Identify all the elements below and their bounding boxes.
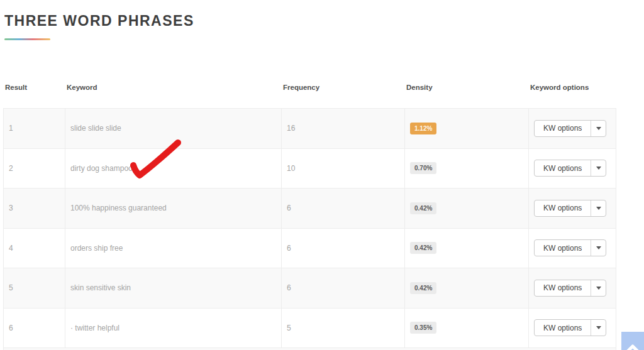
table-body: 1 slide slide slide 16 1.12% KW options … (3, 108, 616, 350)
kw-options-dropdown-toggle[interactable] (591, 200, 606, 216)
kw-options-split-button: KW options (534, 200, 606, 217)
chevron-down-icon (596, 246, 601, 249)
kw-options-button[interactable]: KW options (535, 280, 591, 296)
column-header-result: Result (3, 84, 65, 91)
table-header-row: Result Keyword Frequency Density Keyword… (3, 84, 616, 91)
chevron-down-icon (596, 127, 601, 130)
kw-options-button[interactable]: KW options (535, 160, 591, 176)
table-row: 3 100% happiness guaranteed 6 0.42% KW o… (4, 189, 616, 229)
kw-options-button[interactable]: KW options (535, 240, 591, 256)
table-row: 4 orders ship free 6 0.42% KW options (4, 229, 616, 269)
keyword-cell: dirty dog shampoo (65, 149, 282, 189)
density-badge: 1.12% (410, 123, 436, 134)
kw-options-button[interactable]: KW options (535, 200, 591, 216)
column-header-frequency: Frequency (281, 84, 404, 91)
table-row: 6 · twitter helpful 5 0.35% KW options (4, 309, 616, 349)
keyword-options-cell: KW options (529, 229, 616, 268)
density-cell: 0.42% (405, 268, 529, 308)
frequency-cell: 6 (282, 268, 405, 308)
table-row: 2 dirty dog shampoo 10 0.70% KW options (4, 149, 616, 189)
chevron-up-icon (625, 344, 641, 350)
density-cell: 0.42% (405, 229, 529, 268)
column-header-density: Density (404, 84, 528, 91)
keyword-options-cell: KW options (529, 109, 616, 148)
kw-options-dropdown-toggle[interactable] (591, 320, 606, 336)
keyword-cell: 100% happiness guaranteed (65, 189, 282, 228)
density-cell: 0.70% (405, 149, 529, 189)
keyword-options-cell: KW options (529, 268, 616, 308)
density-cell: 1.12% (405, 109, 529, 148)
scroll-to-top-button[interactable] (621, 332, 644, 350)
frequency-cell: 6 (282, 229, 405, 268)
result-cell: 1 (4, 109, 65, 148)
result-cell: 4 (4, 229, 65, 268)
column-header-keyword-options: Keyword options (528, 84, 616, 91)
page-title: THREE WORD PHRASES (4, 13, 194, 30)
kw-options-split-button: KW options (534, 120, 606, 137)
density-badge: 0.42% (410, 202, 436, 214)
result-cell: 6 (4, 309, 65, 348)
keyword-options-cell: KW options (529, 149, 616, 189)
keyword-options-cell: KW options (529, 309, 616, 348)
kw-options-dropdown-toggle[interactable] (591, 121, 606, 136)
keyword-cell: · twitter helpful (65, 309, 282, 348)
kw-options-split-button: KW options (534, 239, 606, 256)
table-row: 1 slide slide slide 16 1.12% KW options (4, 109, 616, 149)
density-badge: 0.42% (410, 282, 436, 294)
frequency-cell: 6 (282, 189, 405, 228)
title-underline-gradient (4, 38, 50, 40)
kw-options-button[interactable]: KW options (535, 121, 591, 136)
keyword-cell: skin sensitive skin (65, 268, 282, 308)
table-row: 5 skin sensitive skin 6 0.42% KW options (4, 268, 616, 309)
kw-options-split-button: KW options (534, 319, 606, 336)
density-cell: 0.42% (405, 189, 529, 228)
result-cell: 5 (4, 268, 65, 308)
density-cell: 0.35% (405, 309, 529, 348)
chevron-down-icon (596, 287, 601, 290)
result-cell: 3 (4, 189, 65, 228)
column-header-keyword: Keyword (65, 84, 281, 91)
kw-options-dropdown-toggle[interactable] (591, 240, 606, 256)
kw-options-dropdown-toggle[interactable] (591, 160, 606, 176)
frequency-cell: 5 (282, 309, 405, 348)
density-badge: 0.42% (410, 242, 436, 254)
density-badge: 0.70% (410, 162, 436, 174)
kw-options-split-button: KW options (534, 280, 606, 297)
kw-options-split-button: KW options (534, 160, 606, 177)
chevron-down-icon (596, 207, 601, 210)
page: THREE WORD PHRASES Result Keyword Freque… (0, 0, 644, 350)
frequency-cell: 10 (282, 149, 405, 189)
keyword-options-cell: KW options (529, 189, 616, 228)
frequency-cell: 16 (282, 109, 405, 148)
chevron-down-icon (596, 167, 601, 170)
result-cell: 2 (4, 149, 65, 189)
kw-options-dropdown-toggle[interactable] (591, 280, 606, 296)
keyword-cell: slide slide slide (65, 109, 282, 148)
keyword-cell: orders ship free (65, 229, 282, 268)
chevron-down-icon (596, 326, 601, 329)
density-badge: 0.35% (410, 322, 436, 334)
kw-options-button[interactable]: KW options (535, 320, 591, 336)
